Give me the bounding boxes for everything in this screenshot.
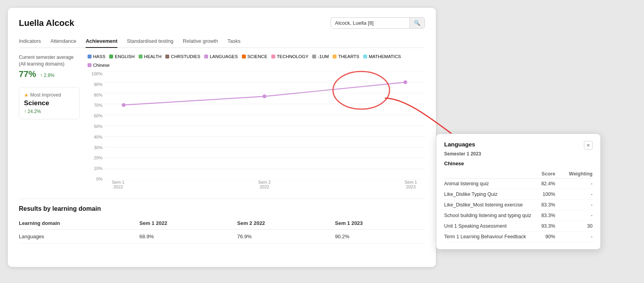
popup-cell-name-3: School building listening and typing qui… (444, 210, 533, 221)
most-improved-subject: Science (24, 99, 75, 107)
legend-item-1um: -1UM (312, 54, 329, 59)
y-label-0: 0% (88, 177, 102, 181)
chart-point-sem1-2023[interactable] (403, 80, 407, 84)
most-improved-card: ★ Most improved Science ↑ 24.2% (19, 87, 80, 119)
y-axis-labels: 100% 90% 80% 70% 60% 50% 40% 30% 20% 10%… (88, 71, 102, 189)
popup-cell-weighting-1: - (555, 189, 593, 200)
popup-cell-score-1: 100% (533, 189, 555, 200)
current-semester-label: Current semester average (All learning d… (19, 54, 80, 68)
legend-label-thearts: THEARTS (338, 54, 359, 59)
legend-label-chrstudies: CHRSTUDIES (171, 54, 200, 59)
results-title: Results by learning domain (19, 205, 425, 212)
legend-dot-mathematics (363, 55, 367, 58)
y-label-90: 90% (88, 82, 102, 87)
cell-sem1-2022-languages: 68.9% (132, 230, 229, 244)
col-sem1-2022: Sem 1 2022 (132, 217, 229, 230)
popup-cell-weighting-0: - (555, 179, 593, 189)
legend-dot-technology (271, 55, 275, 58)
y-label-50: 50% (88, 124, 102, 129)
popup-cell-weighting-4: 30 (555, 221, 593, 232)
current-semester-change: ↑ 2.8% (40, 73, 55, 78)
y-label-20: 20% (88, 155, 102, 160)
popup-cell-name-1: Like_Dislike Typing Quiz (444, 189, 533, 200)
popup-col-name (444, 170, 533, 179)
popup-row-4: Unit 1 Speaking Assessment 93.3% 30 (444, 221, 593, 232)
legend-label-languages: LANGUAGES (210, 54, 238, 59)
legend-item-hass: HASS (88, 54, 105, 59)
legend-dot-chinese (88, 63, 91, 67)
popup-cell-name-4: Unit 1 Speaking Assessment (444, 221, 533, 232)
popup-card: Languages × Semester 1 2023 Chinese Scor… (436, 133, 601, 250)
chart-point-sem2-2022[interactable] (263, 95, 267, 99)
tab-indicators[interactable]: Indicators (19, 35, 41, 48)
chart-area: HASS ENGLISH HEALTH CHRSTUDIES (88, 54, 425, 189)
sidebar: Current semester average (All learning d… (19, 54, 80, 189)
results-section: Results by learning domain Learning doma… (19, 199, 425, 244)
legend-item-science: SCIENCE (242, 54, 267, 59)
chart-point-sem1-2022[interactable] (122, 103, 126, 107)
popup-header: Languages × (444, 141, 593, 150)
tab-relative-growth[interactable]: Relative growth (183, 35, 218, 48)
popup-cell-score-5: 90% (533, 232, 555, 242)
content-area: Current semester average (All learning d… (19, 54, 425, 189)
search-button[interactable]: 🔍 (410, 18, 424, 28)
legend-label-health: HEALTH (144, 54, 162, 59)
popup-row-5: Term 1 Learning Behaviour Feedback 90% - (444, 232, 593, 242)
legend-item-health: HEALTH (139, 54, 162, 59)
cell-sem2-2022-languages: 76.9% (229, 230, 327, 244)
legend-item-thearts: THEARTS (333, 54, 359, 59)
legend-label-chinese: Chinese (93, 63, 110, 68)
star-icon: ★ (24, 92, 29, 98)
x-label-sem2-2022: Sem 2 2022 (258, 180, 271, 189)
legend-dot-health (139, 55, 143, 58)
popup-table: Score Weighting Animal listening quiz 82… (444, 170, 593, 242)
y-label-100: 100% (88, 71, 102, 76)
popup-close-button[interactable]: × (584, 141, 593, 150)
legend-dot-thearts (333, 55, 337, 58)
y-label-30: 30% (88, 145, 102, 150)
popup-cell-score-2: 83.3% (533, 200, 555, 210)
nav-tabs: Indicators Attendance Achievement Standa… (19, 35, 425, 48)
search-input[interactable] (331, 18, 410, 28)
popup-table-header: Score Weighting (444, 170, 593, 179)
popup-cell-name-0: Animal listening quiz (444, 179, 533, 189)
x-label-sem1-2023: Sem 1 2023 (404, 180, 417, 189)
tab-standardised-testing[interactable]: Standardised testing (127, 35, 174, 48)
search-icon: 🔍 (414, 20, 421, 26)
legend-label-technology: TECHNOLOGY (277, 54, 309, 59)
popup-row-2: Like_Dislike_Most listening exercise 83.… (444, 200, 593, 210)
y-label-10: 10% (88, 166, 102, 171)
popup-col-score: Score (533, 170, 555, 179)
legend-dot-hass (88, 55, 91, 58)
tab-attendance[interactable]: Attendance (50, 35, 76, 48)
popup-cell-weighting-5: - (555, 232, 593, 242)
y-label-80: 80% (88, 93, 102, 97)
popup-subtitle: Semester 1 2023 (444, 151, 593, 157)
chart-svg (104, 71, 425, 180)
legend-label-english: ENGLISH (115, 54, 135, 59)
legend-dot-chrstudies (165, 55, 169, 58)
legend-item-chinese: Chinese (88, 63, 110, 68)
legend-item-mathematics: MATHEMATICS (363, 54, 401, 59)
popup-cell-name-5: Term 1 Learning Behaviour Feedback (444, 232, 533, 242)
popup-section-title: Chinese (444, 161, 593, 166)
results-table: Learning domain Sem 1 2022 Sem 2 2022 Se… (19, 217, 425, 244)
popup-cell-name-2: Like_Dislike_Most listening exercise (444, 200, 533, 210)
legend-item-languages: LANGUAGES (204, 54, 238, 59)
popup-col-weighting: Weighting (555, 170, 593, 179)
chart-container: 100% 90% 80% 70% 60% 50% 40% 30% 20% 10%… (88, 71, 425, 189)
popup-row-0: Animal listening quiz 82.4% - (444, 179, 593, 189)
main-card: Luella Alcock 🔍 Indicators Attendance Ac… (8, 8, 436, 267)
popup-cell-weighting-2: - (555, 200, 593, 210)
y-label-40: 40% (88, 135, 102, 139)
current-semester-block: Current semester average (All learning d… (19, 54, 80, 79)
cell-domain-languages: Languages (19, 230, 132, 244)
tab-tasks[interactable]: Tasks (227, 35, 240, 48)
legend-label-1um: -1UM (318, 54, 329, 59)
x-label-sem1-2022: Sem 1 2022 (112, 180, 124, 189)
results-table-header: Learning domain Sem 1 2022 Sem 2 2022 Se… (19, 217, 425, 230)
tab-achievement[interactable]: Achievement (86, 35, 117, 48)
legend-item-chrstudies: CHRSTUDIES (165, 54, 200, 59)
legend-item-technology: TECHNOLOGY (271, 54, 309, 59)
y-label-60: 60% (88, 113, 102, 118)
